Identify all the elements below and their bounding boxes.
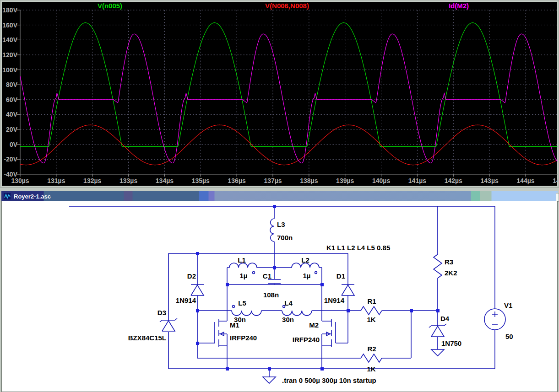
x-tick-label: 140µs bbox=[372, 177, 390, 184]
label-m1-value[interactable]: IRFP240 bbox=[230, 334, 257, 342]
trace-label-vn005[interactable]: V(n005) bbox=[98, 2, 122, 10]
x-tick-label: 139µs bbox=[336, 177, 354, 184]
l1-phase-dot bbox=[253, 272, 255, 274]
component-l3-inductor[interactable] bbox=[270, 219, 274, 242]
label-d1-value[interactable]: 1N914 bbox=[324, 296, 345, 304]
label-d1[interactable]: D1 bbox=[336, 272, 345, 280]
label-l2[interactable]: L2 bbox=[301, 256, 309, 264]
y-tick-label: 0V bbox=[10, 141, 18, 148]
wires[interactable] bbox=[69, 206, 495, 377]
x-tick-label: 141µs bbox=[408, 177, 426, 184]
y-tick-label: 160V bbox=[2, 21, 17, 29]
y-tick-label: 180V bbox=[2, 6, 17, 14]
x-tick-label: 135µs bbox=[192, 177, 210, 184]
ground-symbol-center[interactable] bbox=[263, 377, 276, 383]
x-tick-label: 143µs bbox=[481, 177, 499, 184]
ltspice-app: { "window": { "title": "Royer2-1.asc", "… bbox=[0, 0, 559, 392]
label-l2-value[interactable]: 1µ bbox=[303, 272, 311, 279]
window-title: Royer2-1.asc bbox=[14, 193, 51, 200]
waveform-plot: 180V160V140V120V100V80V60V40V20V0V-20V-4… bbox=[0, 0, 559, 188]
component-r2-resistor[interactable] bbox=[361, 354, 382, 362]
label-r3-value[interactable]: 2K2 bbox=[445, 269, 457, 277]
label-r3[interactable]: R3 bbox=[445, 258, 453, 266]
label-r1-value[interactable]: 1K bbox=[367, 316, 375, 323]
label-v1[interactable]: V1 bbox=[504, 301, 512, 309]
label-l4-value[interactable]: 30n bbox=[282, 316, 294, 323]
y-tick-label: 40V bbox=[6, 111, 18, 118]
x-tick-label: 138µs bbox=[300, 177, 318, 184]
label-m2[interactable]: M2 bbox=[309, 321, 319, 329]
ltspice-window-icon[interactable] bbox=[4, 193, 11, 200]
x-tick-label: 142µs bbox=[445, 177, 462, 184]
component-d2-diode[interactable] bbox=[191, 285, 204, 295]
label-m2-value[interactable]: IRFP240 bbox=[293, 336, 320, 344]
label-r2-value[interactable]: 1K bbox=[367, 365, 375, 373]
y-tick-label: 60V bbox=[6, 96, 18, 103]
component-r1-resistor[interactable] bbox=[361, 306, 382, 315]
junction-dots bbox=[196, 205, 440, 371]
trace-label-idm2[interactable]: Id(M2) bbox=[449, 2, 469, 10]
label-l4[interactable]: L4 bbox=[284, 299, 293, 307]
ground-symbol-d4[interactable] bbox=[431, 349, 444, 356]
waveform-pane[interactable]: 180V160V140V120V100V80V60V40V20V0V-20V-4… bbox=[0, 0, 559, 188]
schematic-canvas[interactable]: L3 700n K1 L1 L2 L4 L5 0.85 L1 1µ L2 1µ … bbox=[2, 201, 557, 392]
window-titlebar[interactable]: Royer2-1.asc bbox=[1, 191, 558, 201]
component-v1-source[interactable] bbox=[484, 309, 505, 330]
label-d3[interactable]: D3 bbox=[157, 309, 166, 317]
label-r1[interactable]: R1 bbox=[367, 297, 376, 305]
label-c1[interactable]: C1 bbox=[263, 272, 271, 280]
x-tick-label: 145µs bbox=[553, 177, 559, 184]
label-d4[interactable]: D4 bbox=[440, 315, 450, 322]
trace-label-vn006n008[interactable]: V(N006,N008) bbox=[265, 2, 309, 10]
label-v1-value[interactable]: 50 bbox=[505, 333, 513, 340]
label-d3-value[interactable]: BZX84C15L bbox=[128, 334, 166, 342]
label-d2[interactable]: D2 bbox=[187, 272, 196, 280]
label-coupling-directive[interactable]: K1 L1 L2 L4 L5 0.85 bbox=[326, 244, 390, 252]
label-l1[interactable]: L1 bbox=[238, 256, 246, 264]
x-tick-label: 131µs bbox=[47, 177, 65, 184]
label-d4-value[interactable]: 1N750 bbox=[441, 339, 461, 347]
y-tick-label: 120V bbox=[2, 51, 17, 59]
x-tick-label: 136µs bbox=[228, 177, 246, 184]
label-l3[interactable]: L3 bbox=[277, 220, 285, 228]
l5-phase-dot bbox=[233, 306, 235, 308]
component-m2-nmos[interactable] bbox=[326, 319, 336, 347]
component-d4-zener[interactable] bbox=[429, 324, 446, 337]
label-r2[interactable]: R2 bbox=[367, 345, 376, 353]
y-tick-label: 100V bbox=[2, 66, 17, 74]
component-l5-inductor[interactable] bbox=[232, 306, 261, 316]
label-l5[interactable]: L5 bbox=[238, 299, 246, 307]
component-r3-resistor[interactable] bbox=[434, 254, 442, 278]
label-l5-value[interactable]: 30n bbox=[234, 316, 246, 323]
label-d2-value[interactable]: 1N914 bbox=[176, 296, 196, 304]
trace-idm2[interactable] bbox=[20, 34, 557, 163]
y-tick-label: 140V bbox=[2, 36, 17, 43]
y-tick-label: -20V bbox=[4, 156, 17, 163]
schematic-labels: L3 700n K1 L1 L2 L4 L5 0.85 L1 1µ L2 1µ … bbox=[128, 220, 513, 384]
y-tick-label: 20V bbox=[6, 126, 18, 133]
l2-phase-dot bbox=[315, 272, 317, 274]
component-d1-diode[interactable] bbox=[342, 285, 354, 295]
x-tick-label: 134µs bbox=[156, 177, 174, 184]
component-d3-zener[interactable] bbox=[160, 318, 177, 331]
label-c1-value[interactable]: 108n bbox=[263, 291, 279, 299]
x-tick-label: 130µs bbox=[11, 177, 29, 184]
y-tick-label: 80V bbox=[6, 81, 18, 88]
label-tran-directive[interactable]: .tran 0 500µ 300µ 10n startup bbox=[282, 376, 376, 384]
label-l1-value[interactable]: 1µ bbox=[240, 272, 248, 279]
component-m1-nmos[interactable] bbox=[215, 319, 224, 347]
trace-vn006n008[interactable] bbox=[20, 125, 557, 165]
x-tick-label: 132µs bbox=[83, 177, 101, 184]
x-tick-label: 144µs bbox=[516, 177, 534, 184]
schematic-pane[interactable]: L3 700n K1 L1 L2 L4 L5 0.85 L1 1µ L2 1µ … bbox=[1, 201, 558, 392]
label-l3-value[interactable]: 700n bbox=[277, 234, 293, 242]
x-tick-label: 133µs bbox=[119, 177, 137, 184]
x-tick-label: 137µs bbox=[264, 177, 282, 184]
component-c1-capacitor[interactable] bbox=[268, 279, 281, 284]
